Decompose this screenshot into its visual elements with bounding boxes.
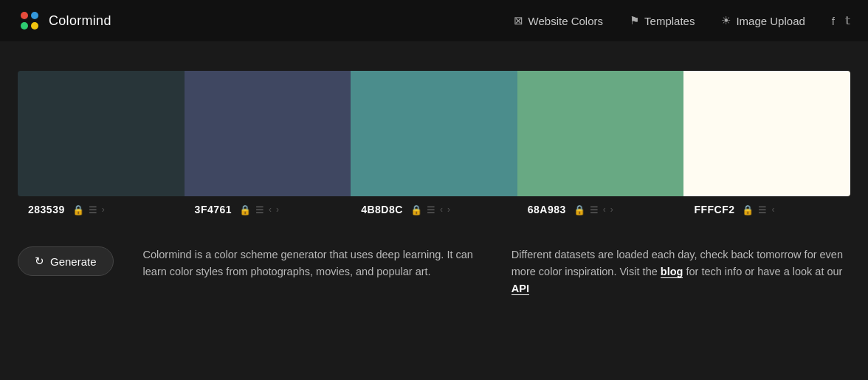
navbar: Colormind ⊠ Website Colors ⚑ Templates ☀… bbox=[0, 0, 868, 41]
nav-item-website-colors[interactable]: ⊠ Website Colors bbox=[514, 14, 603, 27]
generate-label: Generate bbox=[50, 255, 97, 268]
logo-area: Colormind bbox=[18, 9, 514, 32]
palette-row bbox=[18, 71, 850, 196]
swatch-2[interactable] bbox=[185, 71, 351, 196]
chevron-left-4[interactable]: ‹ bbox=[603, 204, 606, 215]
hex-5: FFFCF2 bbox=[694, 204, 734, 215]
description-left: Colormind is a color scheme generator th… bbox=[143, 246, 482, 280]
logo-icon bbox=[18, 9, 41, 32]
chevron-right-1[interactable]: › bbox=[102, 204, 105, 215]
hex-4: 68A983 bbox=[528, 204, 566, 215]
swatch-3[interactable] bbox=[351, 71, 517, 196]
generate-button[interactable]: ↻ Generate bbox=[18, 246, 114, 276]
color-label-1: 283539 🔒 ☰ › bbox=[18, 196, 185, 223]
lock-icon-2[interactable]: 🔒 bbox=[239, 204, 251, 215]
twitter-icon[interactable]: 𝕥 bbox=[845, 14, 850, 27]
lock-icon-1[interactable]: 🔒 bbox=[72, 204, 84, 215]
chevron-right-3[interactable]: › bbox=[447, 204, 450, 215]
bookmark-icon: ⚑ bbox=[630, 14, 639, 27]
adjust-icon-3[interactable]: ☰ bbox=[427, 204, 435, 215]
palette-section: 283539 🔒 ☰ › 3F4761 🔒 ☰ ‹ › 4B8D8C 🔒 ☰ ‹… bbox=[0, 41, 868, 223]
logo-text: Colormind bbox=[49, 13, 111, 29]
hex-1: 283539 bbox=[28, 204, 65, 215]
adjust-icon-5[interactable]: ☰ bbox=[758, 204, 767, 215]
hex-3: 4B8D8C bbox=[361, 204, 403, 215]
dot-green bbox=[21, 22, 28, 30]
chevron-right-4[interactable]: › bbox=[610, 204, 613, 215]
nav-label-templates: Templates bbox=[644, 15, 695, 27]
color-label-2: 3F4761 🔒 ☰ ‹ › bbox=[185, 196, 351, 223]
chevron-left-2[interactable]: ‹ bbox=[269, 204, 272, 215]
swatch-4[interactable] bbox=[517, 71, 684, 196]
nav-item-image-upload[interactable]: ☀ Image Upload bbox=[721, 14, 805, 27]
dot-yellow bbox=[31, 22, 38, 30]
lock-icon-5[interactable]: 🔒 bbox=[742, 204, 754, 215]
lock-icon-3[interactable]: 🔒 bbox=[410, 204, 422, 215]
description-right: Different datasets are loaded each day, … bbox=[512, 246, 850, 298]
blog-link[interactable]: blog bbox=[661, 266, 683, 278]
nav-item-templates[interactable]: ⚑ Templates bbox=[630, 14, 695, 27]
refresh-icon: ↻ bbox=[35, 255, 44, 268]
color-label-5: FFFCF2 🔒 ☰ ‹ bbox=[683, 196, 850, 223]
nav-label-image-upload: Image Upload bbox=[736, 15, 805, 27]
facebook-icon[interactable]: f bbox=[832, 15, 835, 27]
dot-blue bbox=[31, 12, 38, 19]
color-label-3: 4B8D8C 🔒 ☰ ‹ › bbox=[351, 196, 517, 223]
swatch-1[interactable] bbox=[18, 71, 185, 196]
camera-icon: ☀ bbox=[721, 14, 731, 27]
swatch-5[interactable] bbox=[683, 71, 850, 196]
nav-label-website-colors: Website Colors bbox=[528, 15, 603, 27]
adjust-icon-1[interactable]: ☰ bbox=[89, 204, 97, 215]
api-link[interactable]: API bbox=[512, 283, 529, 295]
generate-area: ↻ Generate bbox=[18, 246, 114, 276]
chevron-left-3[interactable]: ‹ bbox=[440, 204, 443, 215]
chevron-left-5[interactable]: ‹ bbox=[771, 204, 774, 215]
lock-icon-4[interactable]: 🔒 bbox=[574, 204, 585, 215]
dot-red bbox=[21, 12, 28, 19]
adjust-icon-2[interactable]: ☰ bbox=[255, 204, 264, 215]
hex-2: 3F4761 bbox=[195, 204, 232, 215]
grid-icon: ⊠ bbox=[514, 14, 523, 27]
color-labels: 283539 🔒 ☰ › 3F4761 🔒 ☰ ‹ › 4B8D8C 🔒 ☰ ‹… bbox=[18, 196, 850, 223]
bottom-section: ↻ Generate Colormind is a color scheme g… bbox=[0, 223, 868, 316]
description-left-text: Colormind is a color scheme generator th… bbox=[143, 249, 473, 277]
description-right-middle: for tech info or have a look at our bbox=[683, 266, 842, 277]
adjust-icon-4[interactable]: ☰ bbox=[590, 204, 599, 215]
main-nav: ⊠ Website Colors ⚑ Templates ☀ Image Upl… bbox=[514, 14, 805, 27]
color-label-4: 68A983 🔒 ☰ ‹ › bbox=[517, 196, 684, 223]
social-icons: f 𝕥 bbox=[832, 14, 850, 27]
chevron-right-2[interactable]: › bbox=[276, 204, 279, 215]
